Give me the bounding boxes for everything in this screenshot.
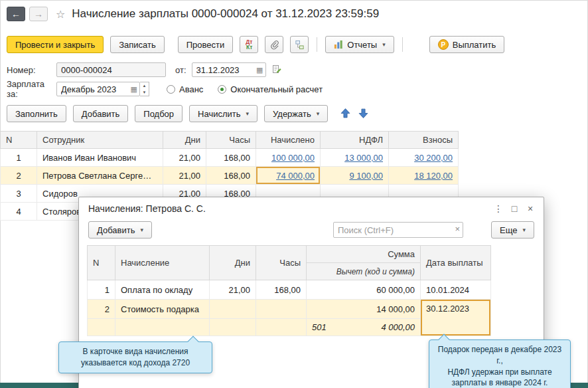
accrued-link[interactable]: 74 000,00 [276, 171, 315, 181]
number-row: Номер: от: ▦ [7, 62, 282, 78]
cell-empty[interactable] [115, 319, 210, 336]
cell-n[interactable]: 4 [1, 203, 37, 221]
spin-up-icon[interactable]: ▲ [140, 82, 149, 89]
callout-gift-ndfl: Подарок передан в декабре 2023 г., НДФЛ … [429, 340, 571, 388]
chevron-down-icon: ▾ [140, 227, 143, 233]
cell-sum[interactable]: 14 000,00 [307, 300, 421, 319]
col-n: N [88, 246, 115, 280]
number-input[interactable] [56, 62, 166, 77]
deduction-code[interactable]: 501 [312, 322, 327, 332]
table-row[interactable]: 1 Оплата по окладу 21,00 168,00 60 000,0… [88, 280, 491, 300]
col-contributions: Взносы [389, 132, 459, 149]
date-input[interactable] [192, 62, 266, 77]
period-input[interactable] [56, 82, 140, 96]
post-button[interactable]: Провести [178, 36, 234, 53]
cell-n[interactable]: 2 [1, 167, 37, 185]
pay-label: Выплатить [453, 40, 496, 50]
cell-hours[interactable] [256, 300, 307, 319]
radio-advance[interactable]: Аванс [167, 84, 203, 94]
withhold-button[interactable]: Удержать ▾ [264, 105, 328, 122]
cell-pay-date[interactable]: 10.01.2024 [421, 280, 491, 300]
pick-button[interactable]: Подбор [135, 105, 183, 122]
employees-header-row: N Сотрудник Дни Часы Начислено НДФЛ Взно… [1, 132, 459, 149]
ndfl-link[interactable]: 9 100,00 [349, 171, 383, 181]
search-input[interactable] [333, 222, 463, 238]
add-label: Добавить [97, 225, 135, 235]
cell-days[interactable]: 21,00 [210, 280, 256, 300]
cell-accrual[interactable]: Стоимость подарка [115, 300, 210, 319]
cell-n[interactable]: 1 [1, 149, 37, 167]
cell-empty[interactable] [256, 319, 307, 336]
table-row[interactable]: 1 Иванов Иван Иванович 21,00 168,00 100 … [1, 149, 459, 167]
accrue-button[interactable]: Начислить ▾ [189, 105, 257, 122]
cell-days[interactable] [210, 300, 256, 319]
fill-button[interactable]: Заполнить [7, 105, 66, 122]
cell-ndfl[interactable]: 9 100,00 [321, 167, 389, 185]
forward-button[interactable]: → [29, 7, 48, 21]
reports-button[interactable]: Отчеты ▾ [325, 36, 394, 53]
cell-deduction[interactable]: 501 4 000,00 [307, 319, 421, 336]
pay-button[interactable]: Р Выплатить [429, 36, 505, 53]
table-row-selected[interactable]: 2 Петрова Светлана Серге… 21,00 168,00 7… [1, 167, 459, 185]
period-stepper[interactable]: ▲ ▼ [140, 82, 149, 96]
accruals-header-row: N Начисление Дни Часы Сумма Дата выплаты [88, 246, 491, 263]
cell-days[interactable]: 21,00 [163, 167, 206, 185]
move-up-button[interactable] [340, 108, 351, 120]
clear-search-icon[interactable]: × [455, 224, 460, 234]
maximize-icon[interactable]: □ [506, 201, 522, 217]
accrued-link[interactable]: 100 000,00 [271, 153, 315, 163]
table-row-selected[interactable]: 2 Стоимость подарка 14 000,00 30.12.2023 [88, 300, 491, 319]
col-accrual: Начисление [115, 246, 210, 280]
more-actions-icon[interactable]: ⋮ [490, 201, 506, 217]
cell-sum[interactable]: 60 000,00 [307, 280, 421, 300]
add-button[interactable]: Добавить [73, 105, 128, 122]
dialog-more-button[interactable]: Еще ▾ [491, 221, 534, 239]
dtkt-icon: ДтКт [246, 39, 252, 50]
cell-empty[interactable] [88, 319, 115, 336]
move-down-button[interactable] [358, 108, 369, 120]
back-button[interactable]: ← [7, 7, 25, 21]
radio-final-label: Окончательный расчет [230, 84, 323, 94]
contributions-link[interactable]: 30 200,00 [414, 153, 453, 163]
cell-hours[interactable]: 168,00 [206, 167, 256, 185]
col-sum: Сумма [307, 246, 421, 263]
spin-down-icon[interactable]: ▼ [140, 89, 149, 96]
cell-pay-date-current[interactable]: 30.12.2023 [421, 300, 491, 336]
cell-days[interactable]: 21,00 [163, 149, 206, 167]
favorite-star-icon[interactable]: ☆ [56, 8, 65, 21]
deduction-sum[interactable]: 4 000,00 [381, 322, 415, 332]
ndfl-link[interactable]: 13 000,00 [344, 153, 383, 163]
dialog-add-button[interactable]: Добавить ▾ [88, 221, 152, 239]
post-and-close-button[interactable]: Провести и закрыть [7, 36, 104, 53]
cell-n[interactable]: 3 [1, 185, 37, 203]
attachments-button[interactable] [265, 36, 283, 53]
contributions-link[interactable]: 18 120,00 [414, 171, 453, 181]
radio-final[interactable]: Окончательный расчет [218, 84, 323, 94]
chevron-down-icon: ▾ [522, 227, 526, 233]
cell-contributions[interactable]: 18 120,00 [389, 167, 459, 185]
set-time-button[interactable] [271, 64, 282, 76]
forward-arrow-icon: → [34, 9, 43, 19]
cell-n[interactable]: 1 [88, 280, 115, 300]
cell-accrued-current[interactable]: 74 000,00 [256, 167, 321, 185]
related-documents-button[interactable] [290, 36, 309, 53]
cell-ndfl[interactable]: 13 000,00 [321, 149, 389, 167]
cell-accrued[interactable]: 100 000,00 [256, 149, 321, 167]
cell-contributions[interactable]: 30 200,00 [389, 149, 459, 167]
cell-hours[interactable]: 168,00 [206, 149, 256, 167]
cell-n[interactable]: 2 [88, 300, 115, 319]
cell-hours[interactable]: 168,00 [256, 280, 307, 300]
cell-accrual[interactable]: Оплата по окладу [115, 280, 210, 300]
calendar-icon[interactable]: ▦ [256, 66, 263, 74]
close-icon[interactable]: × [522, 201, 538, 217]
cell-empty[interactable] [210, 319, 256, 336]
accruals-table[interactable]: N Начисление Дни Часы Сумма Дата выплаты… [87, 245, 491, 336]
calendar-icon[interactable]: ▦ [131, 86, 137, 93]
write-button[interactable]: Записать [110, 36, 165, 53]
col-ndfl: НДФЛ [321, 132, 389, 149]
cell-employee[interactable]: Иванов Иван Иванович [37, 149, 163, 167]
edit-date-icon [271, 64, 282, 74]
dtkt-postings-button[interactable]: ДтКт [240, 36, 258, 53]
cell-employee[interactable]: Петрова Светлана Серге… [37, 167, 163, 185]
radio-circle-icon [167, 85, 175, 94]
